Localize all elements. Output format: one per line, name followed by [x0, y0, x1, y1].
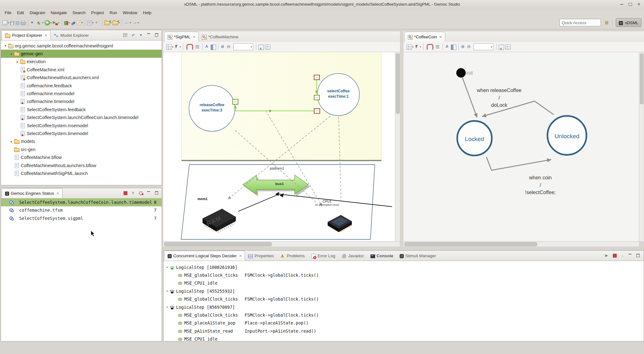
dispose-stopped-engines-icon[interactable]	[138, 190, 143, 195]
toolbar-button[interactable]: ▾	[76, 19, 83, 27]
menu-item[interactable]: File	[2, 10, 14, 16]
toolbar-button[interactable]	[70, 19, 76, 27]
toolbar-button[interactable]	[460, 43, 466, 50]
expander-icon[interactable]: ▾	[9, 52, 14, 56]
toolbar-button[interactable]: ▾	[2, 19, 9, 27]
window-maximize-icon[interactable]	[628, 2, 632, 6]
view-tab[interactable]: Properties	[245, 251, 277, 261]
tree-item[interactable]: coffemachine.msemodel	[1, 90, 162, 97]
right-horizontal-scrollbar[interactable]	[403, 241, 639, 247]
toolbar-button[interactable]	[435, 43, 441, 50]
logical-step-row[interactable]: ▾LogicalStep [455255932]	[164, 287, 644, 295]
dispose-engine-icon[interactable]	[130, 190, 136, 195]
toolbar-button[interactable]: ▾	[166, 43, 174, 50]
step-icon[interactable]	[620, 253, 625, 258]
close-icon[interactable]: ×	[440, 35, 442, 39]
toolbar-button[interactable]	[185, 43, 195, 50]
editor-sash[interactable]	[400, 31, 403, 246]
expander-icon[interactable]: ▾	[3, 44, 8, 47]
toolbar-button[interactable]	[210, 43, 217, 50]
ports[interactable]	[233, 75, 320, 113]
toolbar-button[interactable]	[9, 19, 15, 27]
menu-item[interactable]: Run	[107, 10, 120, 16]
minimize-icon[interactable]	[628, 253, 633, 258]
logical-step-row[interactable]: ▾LogicalStep [856970097]	[164, 303, 644, 311]
state-unlocked-node[interactable]	[547, 116, 586, 155]
close-icon[interactable]: ×	[45, 33, 47, 38]
view-tab[interactable]: Javadoc	[338, 251, 367, 261]
window-close-icon[interactable]: ×	[637, 2, 641, 6]
stop-icon[interactable]	[612, 253, 617, 258]
tree-item[interactable]: CoffeeMachinewithSigPML.launch	[1, 169, 162, 177]
view-menu-icon[interactable]	[138, 32, 143, 37]
tree-item[interactable]: ▾org.gemoc.sample.bcool.coffeemachinewit…	[1, 42, 162, 50]
menu-item[interactable]: Search	[70, 10, 88, 16]
view-tab[interactable]: Console	[367, 251, 397, 261]
tree-item[interactable]: CoffeeMachine.bflow	[1, 153, 162, 161]
close-icon[interactable]: ×	[193, 35, 196, 39]
view-tab[interactable]: Project Explorer×	[2, 30, 51, 40]
toolbar-button[interactable]	[466, 43, 472, 50]
tree-item[interactable]: CoffeeMachinewithoutLaunchers.bflow	[1, 161, 162, 169]
toolbar-button[interactable]	[444, 43, 450, 50]
toolbar-button[interactable]: ▾	[406, 43, 414, 50]
logical-step-row[interactable]: ▾LogicalStep [1008261936]	[164, 263, 644, 271]
view-tab[interactable]: *SigPML×	[164, 32, 199, 42]
tree-item[interactable]: src-gen	[1, 145, 162, 153]
maximize-icon[interactable]	[636, 253, 641, 258]
quick-access-input[interactable]	[559, 19, 601, 26]
close-icon[interactable]: ×	[57, 191, 59, 196]
logical-step-row[interactable]: MSE_pA1inState_readInputPort->pA1inState…	[164, 327, 644, 335]
logical-step-row[interactable]: MSE_globalClock_ticksFSMClock->globalClo…	[164, 311, 644, 319]
toolbar-button[interactable]	[498, 43, 505, 50]
view-tab[interactable]: Model Explorer	[51, 30, 92, 40]
toolbar-button[interactable]: ▾	[64, 19, 70, 27]
toolbar-button[interactable]	[94, 19, 100, 27]
toolbar-button[interactable]	[450, 43, 457, 50]
expander-icon[interactable]: ▸	[15, 60, 20, 63]
toolbar-button[interactable]: ▾	[87, 19, 94, 27]
tree-item[interactable]: SelectCoffeeSystem.msemodel	[1, 122, 162, 129]
state-locked-node[interactable]	[457, 121, 492, 155]
toolbar-button[interactable]: ▾	[44, 19, 52, 27]
maximize-icon[interactable]	[154, 190, 159, 195]
toolbar-button[interactable]	[258, 43, 264, 50]
window-minimize-icon[interactable]	[620, 2, 624, 6]
tree-item[interactable]: ▸models	[1, 138, 162, 145]
logical-step-row[interactable]: MSE_CPU1_idle	[164, 279, 644, 287]
initial-state-node[interactable]	[456, 68, 466, 78]
stop-engine-icon[interactable]	[123, 190, 128, 195]
minimize-icon[interactable]	[146, 190, 151, 195]
toolbar-button[interactable]	[425, 43, 435, 50]
tree-item[interactable]: CoffeeMachine.xml	[1, 66, 162, 74]
toolbar-button[interactable]	[220, 43, 226, 50]
tree-item[interactable]: coffemachine.feedback	[1, 82, 162, 90]
logical-step-row[interactable]: MSE_globalClock_ticksFSMClock->globalClo…	[164, 271, 644, 279]
perspective-button-xdsml[interactable]: xDSML	[616, 18, 641, 27]
center-vertical-scrollbar[interactable]	[395, 52, 400, 241]
transition-unlocked-to-locked[interactable]	[482, 101, 554, 117]
close-icon[interactable]: ×	[239, 253, 242, 258]
tree-item[interactable]: CoffeeMachinewithoutLaunchers.xml	[1, 74, 162, 82]
tree-item[interactable]: coffemachine.timemodel	[1, 98, 162, 106]
toolbar-button[interactable]: ▾	[174, 43, 181, 50]
tree-item[interactable]: SelectCoffeeSystem.timemodel	[1, 129, 162, 137]
tree-item[interactable]: SelectCoffeeSystem.launchCoffeeCoin.laun…	[1, 114, 162, 122]
transition-init-to-locked[interactable]	[462, 77, 477, 117]
tree-item[interactable]: SelectCoffeeSystem.feedback	[1, 106, 162, 113]
sigpml-diagram-canvas[interactable]: RAM	[163, 52, 395, 241]
toolbar-button[interactable]: ▾	[104, 19, 112, 27]
open-perspective-icon[interactable]: ▦	[604, 20, 609, 25]
toolbar-button[interactable]: ▾	[52, 19, 60, 27]
engine-row[interactable]: SelectCoffeeSystem.sigpml7	[1, 214, 162, 222]
collapse-all-icon[interactable]	[123, 32, 128, 37]
menu-item[interactable]: Navigate	[48, 10, 69, 16]
toolbar-button[interactable]: ▾	[112, 19, 120, 27]
view-tab[interactable]: Error Log	[308, 251, 338, 261]
toolbar-button[interactable]	[204, 43, 210, 50]
view-tab[interactable]: Stimuli Manager	[397, 251, 439, 261]
menu-item[interactable]: Help	[140, 10, 154, 16]
toolbar-button[interactable]	[195, 43, 201, 50]
link-with-editor-icon[interactable]	[130, 32, 136, 37]
logical-step-row[interactable]: MSE_globalClock_ticksFSMClock->globalClo…	[164, 295, 644, 303]
